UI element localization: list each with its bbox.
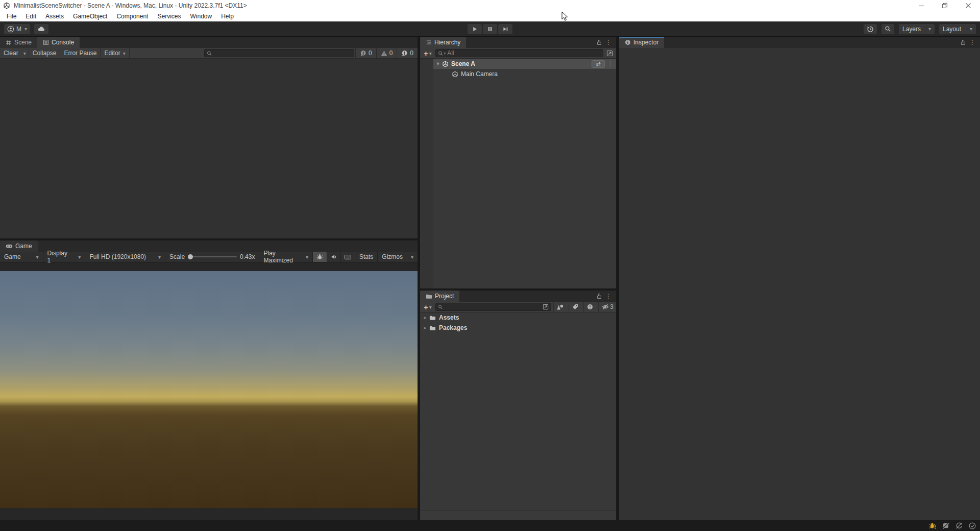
info-count: 0 <box>369 50 372 57</box>
scale-label: Scale <box>169 253 185 260</box>
project-search-input[interactable] <box>444 303 541 310</box>
search-button[interactable] <box>881 24 894 34</box>
status-debugger-icon[interactable] <box>929 522 936 529</box>
scale-slider[interactable] <box>188 256 237 257</box>
console-collapse-button[interactable]: Collapse <box>29 48 61 58</box>
play-maximized-dropdown[interactable]: Play Maximized ▾ <box>259 252 312 262</box>
restore-button[interactable] <box>933 0 957 11</box>
folder-icon <box>429 315 436 321</box>
console-info-toggle[interactable]: 0 <box>355 48 376 58</box>
menu-component[interactable]: Component <box>112 11 153 21</box>
tab-project[interactable]: Project <box>420 291 459 302</box>
tab-scene[interactable]: Scene <box>0 37 37 48</box>
tab-project-label: Project <box>435 293 454 300</box>
error-bubble-icon <box>401 50 408 57</box>
account-icon <box>7 26 14 33</box>
lock-icon[interactable] <box>961 39 966 45</box>
minimize-button[interactable] <box>910 0 933 11</box>
project-footer <box>420 511 616 520</box>
menu-file[interactable]: File <box>2 11 21 21</box>
account-button[interactable]: M ▾ <box>4 24 30 34</box>
layers-dropdown[interactable]: Layers ▾ <box>899 24 935 34</box>
filter-by-type-button[interactable] <box>553 302 567 312</box>
picker-icon[interactable] <box>606 50 613 57</box>
console-log-area[interactable] <box>0 59 418 238</box>
stats-button[interactable]: Stats <box>355 252 378 262</box>
status-refresh-disabled-icon[interactable] <box>955 522 963 529</box>
speaker-icon <box>331 254 337 260</box>
console-search-field[interactable] <box>204 49 354 57</box>
tab-inspector[interactable]: Inspector <box>619 37 664 48</box>
game-mode-label: Game <box>4 253 21 260</box>
panel-menu-icon[interactable]: ⋮ <box>604 39 613 46</box>
hierarchy-row-main-camera[interactable]: Main Camera <box>433 69 616 79</box>
menu-edit[interactable]: Edit <box>21 11 41 21</box>
scene-menu-icon[interactable]: ⋮ <box>606 60 615 67</box>
display-dropdown[interactable]: Display 1 ▾ <box>43 252 86 262</box>
menu-window[interactable]: Window <box>185 11 216 21</box>
hierarchy-toolbar: + ▾ ▾ <box>420 48 616 59</box>
project-row-packages[interactable]: ▸ Packages <box>420 323 616 333</box>
layout-dropdown[interactable]: Layout ▾ <box>939 24 976 34</box>
menu-gameobject[interactable]: GameObject <box>68 11 112 21</box>
disclosure-arrow[interactable]: ▸ <box>423 315 428 320</box>
scene-row-tools: ⇄ ⋮ <box>592 60 616 68</box>
pause-button[interactable] <box>483 24 497 34</box>
disclosure-arrow[interactable]: ▸ <box>423 325 428 330</box>
hidden-items-toggle[interactable]: 3 <box>598 302 616 312</box>
hierarchy-search-input[interactable] <box>447 50 601 57</box>
menu-help[interactable]: Help <box>216 11 238 21</box>
undo-history-button[interactable] <box>864 24 877 34</box>
layout-label: Layout <box>943 26 961 33</box>
debug-mode-button[interactable] <box>313 252 327 262</box>
mute-audio-button[interactable] <box>327 252 341 262</box>
inspector-tabbar: Inspector ⋮ <box>619 37 980 48</box>
scene-switch-button[interactable]: ⇄ <box>592 60 605 68</box>
status-cache-server-icon[interactable] <box>942 522 949 529</box>
menu-services[interactable]: Services <box>153 11 185 21</box>
console-editor-dropdown[interactable]: Editor ▾ <box>101 48 129 58</box>
disclosure-arrow[interactable]: ▼ <box>435 61 441 66</box>
console-error-pause-button[interactable]: Error Pause <box>60 48 101 58</box>
project-row-assets[interactable]: ▸ Assets <box>420 312 616 323</box>
hierarchy-create-button[interactable]: + ▾ <box>422 50 433 57</box>
collapse-label: Collapse <box>33 50 57 57</box>
lock-icon[interactable] <box>597 39 602 45</box>
project-create-button[interactable]: + ▾ <box>422 303 433 311</box>
tab-console[interactable]: Console <box>37 37 80 48</box>
search-filter-arrow[interactable]: ▾ <box>444 51 446 56</box>
hierarchy-row-scene[interactable]: ▼ Scene A ⇄ ⋮ <box>433 59 616 69</box>
console-clear-dropdown[interactable]: ▾ <box>21 48 29 58</box>
status-activity-check-icon[interactable] <box>969 522 976 529</box>
panel-menu-icon[interactable]: ⋮ <box>968 39 977 46</box>
hierarchy-search-field[interactable]: ▾ <box>435 49 603 57</box>
lock-icon[interactable] <box>597 293 602 299</box>
tab-hierarchy[interactable]: Hierarchy <box>420 37 466 48</box>
account-dropdown-arrow: ▾ <box>24 26 27 32</box>
gizmos-dropdown[interactable]: Gizmos ▾ <box>378 252 418 262</box>
play-button[interactable] <box>468 24 482 34</box>
tab-game[interactable]: Game <box>0 240 38 252</box>
cloud-button[interactable] <box>34 24 48 34</box>
vsync-grid-button[interactable] <box>341 252 355 262</box>
tab-hierarchy-label: Hierarchy <box>434 39 460 46</box>
console-search-input[interactable] <box>213 50 352 57</box>
resolution-dropdown[interactable]: Full HD (1920x1080) ▾ <box>85 252 165 262</box>
scale-slider-knob[interactable] <box>188 254 193 259</box>
game-mode-dropdown[interactable]: Game ▾ <box>0 252 43 262</box>
hierarchy-gutter <box>420 59 433 288</box>
panel-menu-icon[interactable]: ⋮ <box>604 293 613 300</box>
console-clear-button[interactable]: Clear <box>0 48 21 58</box>
filter-by-label-button[interactable] <box>569 302 581 312</box>
inspector-tab-tools: ⋮ <box>961 37 980 48</box>
console-error-toggle[interactable]: 0 <box>397 48 418 58</box>
game-viewport[interactable] <box>0 262 418 520</box>
picker-icon[interactable] <box>543 304 549 310</box>
console-warning-toggle[interactable]: 0 <box>376 48 397 58</box>
step-button[interactable] <box>498 24 512 34</box>
menu-assets[interactable]: Assets <box>41 11 68 21</box>
project-search-field[interactable] <box>435 303 552 311</box>
stats-label: Stats <box>359 253 373 260</box>
close-button[interactable] <box>957 0 980 11</box>
alerts-button[interactable] <box>583 302 596 312</box>
